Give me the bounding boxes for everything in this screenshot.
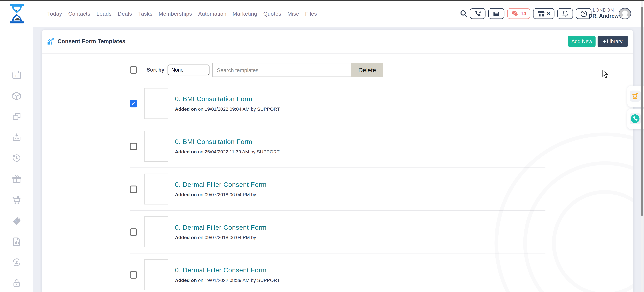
main-nav: TodayContactsLeadsDealsTasksMembershipsA… (47, 0, 317, 27)
template-title-link[interactable]: 0. Dermal Filler Consent Form (175, 267, 280, 274)
cart-icon[interactable] (630, 91, 641, 102)
search-templates-input[interactable] (212, 63, 351, 77)
search-icon[interactable] (460, 10, 468, 17)
plus-icon: + (603, 38, 606, 45)
main-panel: Consent Form Templates Add New +Library … (42, 30, 634, 292)
sidebar: 12 (0, 27, 33, 292)
hourglass-logo-icon[interactable] (10, 4, 24, 24)
location-label: LONDON (588, 7, 618, 13)
template-thumbnail[interactable] (144, 216, 168, 247)
chevron-down-icon: ⌄ (201, 67, 206, 73)
scrollbar-track[interactable] (641, 0, 643, 292)
store-badge: 8 (547, 11, 550, 17)
svg-text:12: 12 (15, 74, 18, 78)
cart-settings-icon[interactable] (12, 195, 22, 205)
delete-button[interactable]: Delete (351, 63, 383, 77)
sort-select-value: None (171, 67, 184, 73)
nav-item[interactable]: Memberships (159, 11, 192, 17)
nav-item[interactable]: Tasks (138, 11, 152, 17)
template-thumbnail[interactable] (144, 88, 168, 119)
help-icon: ? (580, 10, 587, 17)
nav-item[interactable]: Files (305, 11, 317, 17)
calendar-icon[interactable]: 12 (12, 70, 22, 80)
nav-item[interactable]: Marketing (232, 11, 257, 17)
chat-button[interactable]: 14 (507, 8, 530, 19)
template-meta: Added on on 09/07/2018 06:04 PM by (175, 192, 266, 197)
template-checkbox[interactable] (130, 143, 137, 150)
nav-item[interactable]: Automation (198, 11, 226, 17)
avatar[interactable] (618, 8, 631, 20)
nav-item[interactable]: Quotes (263, 11, 281, 17)
template-title-link[interactable]: 0. BMI Consultation Form (175, 95, 280, 103)
template-meta: Added on on 25/04/2022 11:39 AM by SUPPO… (175, 149, 280, 154)
svg-text:?: ? (582, 12, 585, 16)
nav-item[interactable]: Today (47, 11, 62, 17)
template-checkbox[interactable] (130, 271, 137, 278)
user-name: DR. Andrew (588, 13, 618, 20)
chat-icon (511, 10, 518, 17)
template-list-container: Sort by None ⌄ Delete 0. BMI Consultatio… (130, 53, 546, 292)
user-info[interactable]: LONDON DR. Andrew (588, 7, 618, 20)
page-title: Consent Form Templates (58, 38, 126, 45)
nav-item[interactable]: Contacts (68, 11, 90, 17)
bell-icon (562, 10, 568, 17)
scrollbar-thumb[interactable] (641, 8, 643, 216)
history-icon[interactable] (12, 153, 22, 163)
lock-icon[interactable] (12, 278, 22, 288)
template-row: 0. BMI Consultation Form Added on on 25/… (130, 125, 546, 168)
sort-by-label: Sort by (146, 67, 164, 73)
template-thumbnail[interactable] (144, 259, 168, 290)
gift-icon[interactable] (12, 174, 22, 184)
template-thumbnail[interactable] (144, 174, 168, 204)
template-meta: Added on on 19/01/2022 09:04 AM by SUPPO… (175, 106, 280, 111)
template-meta: Added on on 19/01/2022 08:39 AM by SUPPO… (175, 278, 280, 282)
store-icon (538, 10, 545, 17)
template-title-link[interactable]: 0. Dermal Filler Consent Form (175, 224, 266, 231)
template-meta: Added on on 09/07/2018 06:04 PM by (175, 235, 266, 240)
user-sync-icon[interactable] (12, 257, 22, 267)
inbox-receive-icon[interactable] (12, 132, 22, 143)
sort-select[interactable]: None ⌄ (168, 65, 210, 75)
inbox-button[interactable] (488, 8, 504, 19)
template-checkbox[interactable] (130, 185, 137, 193)
copy-icon[interactable] (12, 111, 22, 122)
top-bar: TodayContactsLeadsDealsTasksMembershipsA… (0, 0, 644, 27)
notifications-button[interactable] (557, 8, 573, 19)
template-rows: 0. BMI Consultation Form Added on on 19/… (130, 82, 546, 292)
template-row: 0. Dermal Filler Consent Form Added on o… (130, 253, 546, 292)
template-title-link[interactable]: 0. Dermal Filler Consent Form (175, 181, 266, 189)
template-row: 0. BMI Consultation Form Added on on 19/… (130, 82, 546, 125)
nav-item[interactable]: Deals (118, 11, 132, 17)
inbox-icon (493, 11, 500, 17)
report-icon[interactable] (12, 237, 22, 247)
price-tag-icon[interactable]: $ (12, 216, 22, 226)
chat-badge: 14 (520, 11, 526, 17)
chart-icon (47, 38, 54, 45)
package-icon[interactable] (12, 91, 22, 101)
template-thumbnail[interactable] (144, 131, 168, 162)
app-root: TodayContactsLeadsDealsTasksMembershipsA… (0, 0, 644, 292)
template-checkbox[interactable] (130, 100, 137, 107)
select-all-checkbox[interactable] (130, 66, 137, 74)
template-row: 0. Dermal Filler Consent Form Added on o… (130, 168, 546, 211)
library-button[interactable]: +Library (598, 36, 628, 47)
phone-button[interactable] (470, 8, 486, 19)
store-button[interactable]: 8 (533, 8, 554, 19)
nav-item[interactable]: Leads (96, 11, 112, 17)
nav-item[interactable]: Misc (288, 11, 299, 17)
template-checkbox[interactable] (130, 228, 137, 236)
template-row: 0. Dermal Filler Consent Form Added on o… (130, 211, 546, 253)
list-toolbar: Sort by None ⌄ Delete (130, 53, 546, 82)
phone-icon (474, 10, 481, 17)
add-new-button[interactable]: Add New (568, 36, 596, 47)
template-title-link[interactable]: 0. BMI Consultation Form (175, 138, 280, 146)
panel-header: Consent Form Templates Add New +Library (42, 30, 634, 53)
call-icon[interactable] (630, 113, 641, 124)
